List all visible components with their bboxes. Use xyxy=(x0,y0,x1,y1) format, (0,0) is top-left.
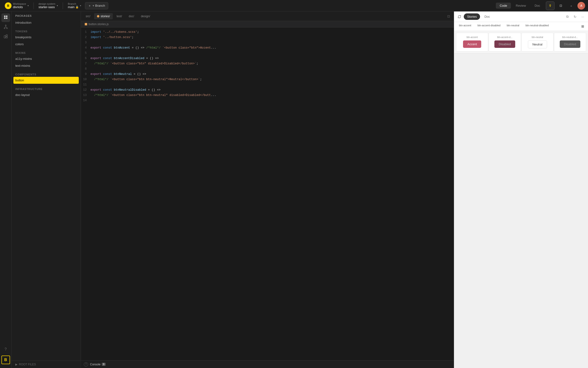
svg-rect-3 xyxy=(6,18,7,19)
design-system-info: design system starter-sass xyxy=(38,2,55,9)
tab-doc[interactable]: Doc xyxy=(531,3,544,9)
workspace-name: divriots xyxy=(13,5,23,9)
podcast-button[interactable]: 🎙 xyxy=(546,1,554,10)
workspace-button[interactable]: B Workspace divriots ▾ xyxy=(3,1,31,10)
sidebar-icon-help[interactable]: ? xyxy=(1,345,10,354)
avatar[interactable]: A xyxy=(578,2,585,9)
btn-neutral-disabled-preview: Disabled xyxy=(560,40,581,48)
tab-stories-panel[interactable]: Stories xyxy=(464,13,480,20)
bi-badge: B xyxy=(1,356,10,364)
components-section-header: COMPONENTS xyxy=(11,69,81,77)
sidebar-bottom: ? B xyxy=(1,343,10,366)
sidebar-item-introduction[interactable]: introduction xyxy=(11,19,81,26)
lock-icon: 🔒 xyxy=(75,6,79,9)
code-line: 10 /*html*/ `<button class="btn btn-neut… xyxy=(81,77,454,82)
more-options-button[interactable]: ··· xyxy=(579,13,586,20)
layout-icon: ⊡ xyxy=(560,4,562,7)
sidebar-item-a11y-mixins[interactable]: a11y-mixins xyxy=(11,55,81,62)
btn-neutral-preview[interactable]: Neutral xyxy=(528,40,547,48)
code-line: 3 xyxy=(81,40,454,45)
code-line: 1 import '../../tokens.scss'; xyxy=(81,29,454,35)
console-bar: ? Console 9 xyxy=(81,360,454,368)
branch-name: main 🔒 xyxy=(68,5,79,9)
tab-design-label: design/ xyxy=(141,15,150,18)
svg-point-5 xyxy=(4,28,5,29)
workspace-label: Workspace xyxy=(13,2,26,5)
code-line: 13 /*html*/ `<button class="btn btn-neut… xyxy=(81,92,454,98)
sync-icon[interactable] xyxy=(456,13,463,20)
grid-view-button[interactable]: ⊞ xyxy=(579,23,586,30)
add-branch-label: + Branch xyxy=(93,4,105,7)
design-system-label: design system xyxy=(38,2,55,5)
sidebar-item-button[interactable]: button xyxy=(13,77,79,84)
copy-icon-button[interactable]: ⧉ xyxy=(564,13,571,20)
nav-tabs: Code Review Doc xyxy=(496,3,544,9)
split-editor-button[interactable]: ⊡ xyxy=(445,13,452,20)
tab-doc[interactable]: doc/ xyxy=(126,13,137,19)
podcast-icon: 🎙 xyxy=(549,4,552,7)
preview-item-btn-accent-disabled: btn-accent-d... Disabled xyxy=(489,33,521,51)
code-line: 11 xyxy=(81,82,454,87)
code-line: 8 xyxy=(81,66,454,72)
help-icon: ? xyxy=(5,347,7,351)
branch-button[interactable]: Branch main 🔒 ▾ xyxy=(66,1,83,10)
preview-item-btn-neutral: btn-neutral Neutral xyxy=(522,33,553,51)
sidebar-icon-git[interactable] xyxy=(1,23,10,32)
sidebar-icon-packages[interactable] xyxy=(1,13,10,22)
workspace-chevron-icon: ▾ xyxy=(28,4,29,7)
topbar: B Workspace divriots ▾ design system sta… xyxy=(0,0,588,11)
tab-review[interactable]: Review xyxy=(512,3,530,9)
design-system-chevron-icon: ▾ xyxy=(57,4,58,7)
blocks-icon xyxy=(4,34,8,39)
svg-point-4 xyxy=(5,25,6,26)
preview-label-btn-accent-disabled[interactable]: btn-accent-disabled xyxy=(475,23,503,30)
tab-stories[interactable]: stories/ xyxy=(94,13,113,19)
root-files[interactable]: ▶ ROOT FILES xyxy=(11,361,81,368)
sidebar-item-text-mixins[interactable]: text-mixins xyxy=(11,62,81,69)
svg-rect-9 xyxy=(6,37,7,38)
code-line: 14 xyxy=(81,98,454,103)
tab-test-label: test/ xyxy=(117,15,122,18)
add-branch-icon: ＋ xyxy=(88,4,91,8)
sidebar-item-breakpoints[interactable]: breakpoints xyxy=(11,34,81,41)
sidebar-item-doc-layout[interactable]: doc-layout xyxy=(11,92,81,98)
preview-item-btn-accent: btn-accent Accent xyxy=(456,33,488,51)
stories-content-area xyxy=(454,54,588,368)
open-file-name: button.stories.js xyxy=(89,22,109,26)
add-branch-button[interactable]: ＋ + Branch xyxy=(85,2,108,9)
preview-label-btn-neutral-disabled[interactable]: btn-neutral-disabled xyxy=(523,23,552,30)
tab-design[interactable]: design/ xyxy=(138,13,153,19)
help-circle-icon[interactable]: ? xyxy=(84,362,88,367)
code-line: 5 xyxy=(81,50,454,56)
btn-accent-preview[interactable]: Accent xyxy=(463,40,481,48)
infrastructure-section-header: INFRASTRUCTURE xyxy=(11,84,81,92)
preview-label-btn-neutral[interactable]: btn-neutral xyxy=(504,23,522,30)
preview-labels-row: btn-accent btn-accent-disabled btn-neutr… xyxy=(454,22,588,31)
branch-label: Branch xyxy=(68,2,76,5)
sidebar-icon-blocks[interactable] xyxy=(1,33,10,41)
packages-icon xyxy=(4,15,8,20)
tab-src[interactable]: src/ xyxy=(83,13,93,19)
workspace-info: Workspace divriots xyxy=(13,2,26,9)
stories-panel: Stories Doc ⧉ ↻ ··· btn-accent btn-accen… xyxy=(454,11,588,368)
svg-rect-8 xyxy=(6,35,7,36)
design-system-button[interactable]: design system starter-sass ▾ xyxy=(37,1,60,10)
tab-doc-panel[interactable]: Doc xyxy=(481,13,493,20)
preview-item-label-accent: btn-accent xyxy=(467,36,478,38)
sidebar-item-colors[interactable]: colors xyxy=(11,41,81,48)
layout-icon-button[interactable]: ⊡ xyxy=(556,1,565,10)
code-editor[interactable]: 1 import '../../tokens.scss'; 2 import '… xyxy=(81,28,454,360)
console-tab[interactable]: Console 9 xyxy=(90,363,106,366)
file-tabs: src/ stories/ test/ doc/ design/ ⊡ xyxy=(81,11,454,21)
git-icon xyxy=(4,25,8,30)
packages-sidebar: PACKAGES introduction TOKENS breakpoints… xyxy=(11,11,81,368)
preview-label-btn-accent[interactable]: btn-accent xyxy=(456,23,474,30)
design-system-name: starter-sass xyxy=(38,5,55,9)
share-icon-button[interactable]: ⬦ xyxy=(567,1,576,10)
preview-item-btn-neutral-disabled: btn-neutral-d... Disabled xyxy=(554,33,586,51)
tab-code[interactable]: Code xyxy=(496,3,511,9)
console-badge: 9 xyxy=(102,363,106,366)
tab-test[interactable]: test/ xyxy=(114,13,125,19)
refresh-icon-button[interactable]: ↻ xyxy=(572,13,579,20)
tab-stories-label: stories/ xyxy=(101,15,110,18)
